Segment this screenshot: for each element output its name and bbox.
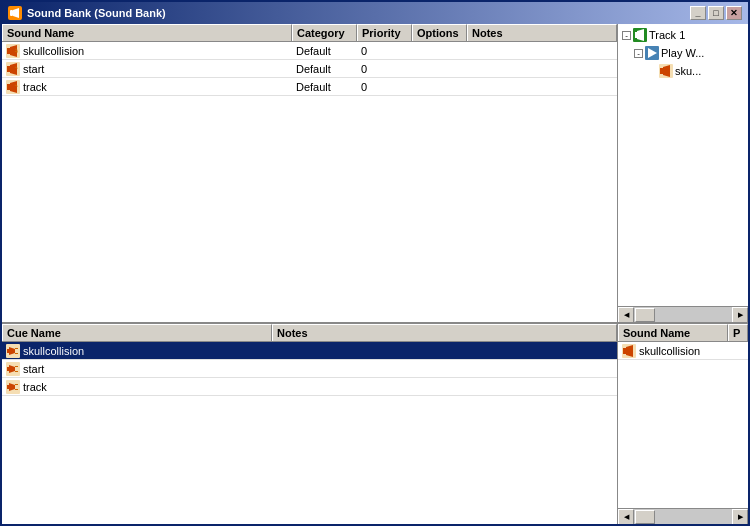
svg-rect-8 [7,66,10,72]
play-icon [645,46,659,60]
tree-label: Play W... [661,47,704,59]
scroll-thumb[interactable] [635,510,655,524]
tree-expander[interactable]: - [634,49,643,58]
category-cell: Default [292,60,357,77]
svg-marker-1 [13,8,19,18]
app-icon [8,6,22,20]
cue-icon [6,344,20,358]
priority-cell: 0 [357,78,412,95]
svg-marker-13 [10,81,17,93]
options-cell [412,78,467,95]
title-bar: Sound Bank (Sound Bank) _ □ ✕ [2,2,748,24]
scroll-track[interactable] [634,509,732,525]
cue-table-body[interactable]: skullcollision [2,342,617,524]
tree-expander[interactable]: - [622,31,631,40]
right-panel: - Track 1 - [618,24,748,524]
table-row[interactable]: track Default 0 [2,78,617,96]
track-tree-panel: - Track 1 - [618,24,748,324]
cue-notes-cell [272,360,617,377]
svg-rect-31 [635,32,637,38]
scroll-right-btn[interactable]: ▶ [732,307,748,323]
tree-item-playw[interactable]: - Play W... [620,44,746,62]
main-window: Sound Bank (Sound Bank) _ □ ✕ Sound Name… [0,0,750,526]
th-priority: Priority [357,24,412,41]
track-icon [633,28,647,42]
sound-name-cell: track [2,78,292,95]
svg-rect-12 [7,84,10,90]
tree-label: sku... [675,65,701,77]
sound-table-body[interactable]: skullcollision Default 0 [2,42,617,322]
svg-rect-3 [7,48,10,54]
scroll-thumb[interactable] [635,308,655,322]
table-row[interactable]: skullcollision [618,342,748,360]
sound-name-cell: skullcollision [2,42,292,59]
left-panel: Sound Name Category Priority Options Not… [2,24,618,524]
minimize-button[interactable]: _ [690,6,706,20]
sound-icon [6,62,20,76]
svg-marker-9 [10,63,17,75]
sound-name: track [23,81,47,93]
svg-rect-39 [623,348,626,354]
notes-cell [467,78,617,95]
options-cell [412,42,467,59]
close-button[interactable]: ✕ [726,6,742,20]
window-title: Sound Bank (Sound Bank) [27,7,166,19]
scroll-left-btn[interactable]: ◀ [618,307,634,323]
notes-cell [467,42,617,59]
th-cue-notes: Notes [272,324,617,341]
th-category: Category [292,24,357,41]
scroll-track[interactable] [634,307,732,323]
track-tree[interactable]: - Track 1 - [618,24,748,306]
main-content: Sound Name Category Priority Options Not… [2,24,748,524]
notes-cell [467,60,617,77]
table-row[interactable]: skullcollision Default 0 [2,42,617,60]
svg-rect-16 [7,349,9,353]
svg-rect-21 [7,367,9,371]
cue-name: start [23,363,44,375]
svg-rect-28 [15,384,18,385]
table-row[interactable]: start Default 0 [2,60,617,78]
cue-icon [6,380,20,394]
cue-name-cell: start [2,360,272,377]
right-p-cell [728,342,748,359]
sound-bank-panel: Sound Name Category Priority Options Not… [2,24,617,324]
sound-table-header: Sound Name Category Priority Options Not… [2,24,617,42]
table-row[interactable]: track [2,378,617,396]
cue-table-header: Cue Name Notes [2,324,617,342]
svg-rect-24 [15,371,18,372]
th-options: Options [412,24,467,41]
svg-rect-0 [10,10,13,16]
tree-leaf-spacer [648,67,657,76]
skull-icon [659,64,673,78]
scroll-right-btn[interactable]: ▶ [732,509,748,525]
th-notes: Notes [467,24,617,41]
cue-name-cell: track [2,378,272,395]
th-cue-name: Cue Name [2,324,272,341]
right-lower-body[interactable]: skullcollision [618,342,748,508]
th-right-sound-name: Sound Name [618,324,728,341]
cue-name: skullcollision [23,345,84,357]
lower-right-scrollbar[interactable]: ◀ ▶ [618,508,748,524]
svg-rect-19 [15,353,18,354]
svg-marker-37 [663,65,670,77]
tree-item-track1[interactable]: - Track 1 [620,26,746,44]
maximize-button[interactable]: □ [708,6,724,20]
table-row[interactable]: start [2,360,617,378]
category-cell: Default [292,42,357,59]
svg-rect-36 [660,68,663,74]
scroll-left-btn[interactable]: ◀ [618,509,634,525]
right-sound-name-cell: skullcollision [618,342,728,359]
right-lower-panel: Sound Name P [618,324,748,524]
cue-icon [6,362,20,376]
cue-name: track [23,381,47,393]
cue-panel: Cue Name Notes [2,324,617,524]
sound-name: skullcollision [23,45,84,57]
th-right-p: P [728,324,748,341]
table-row[interactable]: skullcollision [2,342,617,360]
tree-scrollbar[interactable]: ◀ ▶ [618,306,748,322]
options-cell [412,60,467,77]
tree-label: Track 1 [649,29,685,41]
svg-marker-40 [626,345,633,357]
tree-item-skull[interactable]: sku... [620,62,746,80]
th-sound-name: Sound Name [2,24,292,41]
